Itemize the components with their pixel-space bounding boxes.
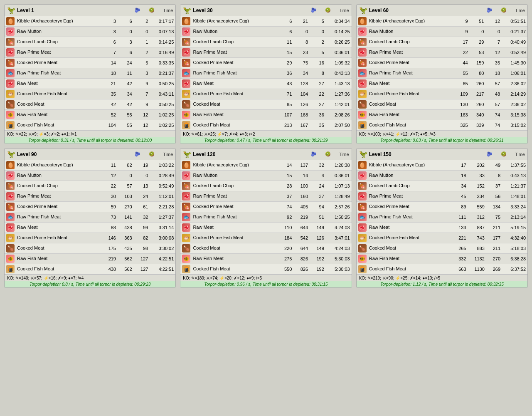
torpor-text: Torpor-depletion: 0.63 / s, Time until a… <box>380 138 504 143</box>
food-col2: 160 <box>293 191 310 202</box>
food-time: 2:21:28 <box>150 202 175 212</box>
food-col3: 82 <box>134 233 150 243</box>
panel-title: 🦖 Level 120 <box>183 150 215 158</box>
food-icon-img: 🍖 <box>6 203 15 211</box>
food-icon-img: 🥩 <box>6 48 15 57</box>
food-col3: 127 <box>134 254 150 264</box>
food-name-cell: 🐡 Cooked Prime Fish Meat <box>180 233 277 243</box>
food-qty: 74 <box>278 202 294 212</box>
food-name-cell: 🐡 Cooked Prime Fish Meat <box>180 89 277 99</box>
food-name-cell: 🐟 Raw Prime Fish Meat <box>180 212 277 223</box>
food-qty: 22 <box>453 47 470 58</box>
panel-header: 🦖 Level 120 🫐 🥝 Time <box>180 149 351 160</box>
food-icon-img: 🍖 <box>182 203 190 211</box>
food-icon-img: 🍖 <box>6 182 15 190</box>
food-col2: 141 <box>118 212 134 223</box>
food-table: 🥚 Kibble (Archaeopteryx Egg) 14 137 32 1… <box>180 160 351 275</box>
ko-text: KO: ✎×180; ⚔×74; ⚡×20; ✗×12; ●×9; /×5 <box>183 276 262 280</box>
food-time: 1:21:37 <box>502 181 527 191</box>
table-row: 🥩 Raw Prime Meat 45 234 56 1:48:01 <box>357 191 527 202</box>
panel-level-30: 🦖 Level 30 🫐 🥝 Time 🥚 Kibble (Archaeopte… <box>180 4 352 144</box>
food-time: 3:00:08 <box>150 233 175 243</box>
food-icon: 🥝 <box>149 7 155 13</box>
food-time: 4:24:03 <box>326 243 352 254</box>
table-row: 🥩 Raw Mutton 6 0 0 0:14:25 <box>180 27 351 37</box>
table-row: 🥚 Kibble (Archaeopteryx Egg) 9 51 12 0:5… <box>357 16 527 27</box>
food-name: Raw Fish Meat <box>193 112 223 117</box>
food-icon-img: 🐟 <box>6 69 15 77</box>
ko-text: KO: ✎×140; ⚔×57; ⚡×16; ✗×9; ●×7; /×4 <box>7 276 84 280</box>
ko-row: KO: ✎×219; ⚔×90; ⚡×25; ✗×14; ●×10; /×5 <box>357 275 527 281</box>
food-icon-img: 🐟 <box>358 69 367 77</box>
food-name: Cooked Fish Meat <box>369 266 406 271</box>
food-time: 0:14:25 <box>326 27 352 37</box>
table-row: 🐟 Raw Prime Fish Meat 18 11 3 0:21:37 <box>5 68 175 79</box>
food-col3: 5 <box>134 58 150 68</box>
food-icon-img: 🍗 <box>358 100 367 109</box>
food-name-cell: 🥚 Kibble (Archaeopteryx Egg) <box>357 160 452 171</box>
food-col3: 75 <box>486 212 502 223</box>
table-row: 🐟 Raw Prime Fish Meat 73 141 32 1:27:37 <box>5 212 175 223</box>
table-row: 🐠 Raw Fish Meat 219 562 127 4:22:51 <box>5 254 175 264</box>
table-row: 🐡 Cooked Prime Fish Meat 35 34 7 0:43:11 <box>5 89 175 99</box>
food-time: 0:17:17 <box>150 16 175 27</box>
header-icons: 🫐 🥝 Time <box>135 7 173 13</box>
food-table: 🥚 Kibble (Archaeopteryx Egg) 9 51 12 0:5… <box>357 16 527 131</box>
food-time: 3:31:14 <box>150 223 175 233</box>
food-col3: 2 <box>310 37 326 47</box>
ko-row: KO: ✎×180; ⚔×74; ⚡×20; ✗×12; ●×9; /×5 <box>180 275 351 281</box>
food-col2: 270 <box>118 202 134 212</box>
food-qty: 36 <box>278 68 294 79</box>
food-name-cell: 🍘 Cooked Fish Meat <box>5 120 101 131</box>
food-col3: 35 <box>485 58 502 68</box>
food-name-cell: 🍖 Cooked Lamb Chop <box>180 37 277 47</box>
table-row: 🐟 Raw Prime Fish Meat 55 80 18 1:06:01 <box>357 68 527 79</box>
food-icon-img: 🥩 <box>358 27 367 36</box>
food-col2: 80 <box>470 68 486 79</box>
food-qty: 28 <box>278 181 294 191</box>
food-time: 5:30:03 <box>326 254 352 264</box>
table-row: 🐠 Raw Fish Meat 332 1132 270 6:38:28 <box>357 254 527 264</box>
panel-level-90: 🦖 Level 90 🫐 🥝 Time 🥚 Kibble (Archaeopte… <box>4 148 176 288</box>
food-time: 0:40:49 <box>502 37 527 47</box>
food-time: 1:27:36 <box>326 89 352 99</box>
table-row: 🍖 Cooked Lamb Chop 17 29 7 0:40:49 <box>357 37 527 47</box>
dino-icon: 🦖 <box>183 150 191 158</box>
food-time: 0:26:25 <box>326 37 352 47</box>
torpor-row: Torpor-depletion: 0.8 / s, Time until al… <box>5 281 175 287</box>
panel-title: 🦖 Level 1 <box>7 6 34 14</box>
food-time: 1:43:13 <box>326 79 352 89</box>
food-time: 3:15:38 <box>502 110 527 120</box>
panel-header: 🦖 Level 1 🫐 🥝 Time <box>5 5 175 16</box>
food-col3: 19 <box>134 160 150 171</box>
table-row: 🍖 Cooked Lamb Chop 22 57 13 0:52:49 <box>5 181 175 191</box>
food-col2: 24 <box>118 58 134 68</box>
food-time: 1:50:25 <box>326 212 352 223</box>
food-qty: 55 <box>453 68 470 79</box>
food-icon-img: 🥚 <box>6 17 15 25</box>
table-row: 🍖 Cooked Prime Meat 44 159 35 1:45:30 <box>357 58 527 68</box>
food-col2: 826 <box>293 264 310 275</box>
food-col2: 260 <box>470 79 486 89</box>
food-col3: 24 <box>134 191 150 202</box>
food-icon-img: 🐠 <box>358 255 367 263</box>
torpor-row: Torpor-depletion: 0.63 / s, Time until a… <box>357 137 527 144</box>
food-name: Cooked Fish Meat <box>17 122 54 127</box>
food-col3: 9 <box>134 99 150 110</box>
food-col2: 14 <box>293 171 310 181</box>
food-col2: 55 <box>118 110 134 120</box>
food-name-cell: 🥩 Raw Prime Meat <box>5 191 101 202</box>
table-row: 🥩 Raw Prime Meat 15 23 5 0:36:01 <box>180 47 351 58</box>
torpor-text: Torpor-depletion: 1.12 / s, Time until a… <box>380 282 504 287</box>
ko-row: KO: ✎×100; ⚔×41; ⚡×12; ✗×7; ●×5; /×3 <box>357 131 527 137</box>
food-col2: 1132 <box>468 254 486 264</box>
food-name-cell: 🥩 Raw Prime Meat <box>180 47 277 58</box>
food-name: Raw Prime Fish Meat <box>369 214 413 219</box>
panel-level-120: 🦖 Level 120 🫐 🥝 Time 🥚 Kibble (Archaeopt… <box>180 148 352 288</box>
food-col2: 6 <box>118 47 134 58</box>
food-name-cell: 🥚 Kibble (Archaeopteryx Egg) <box>357 16 453 27</box>
food-name: Cooked Prime Fish Meat <box>193 235 243 240</box>
food-table: 🥚 Kibble (Archaeopteryx Egg) 3 6 2 0:17:… <box>5 16 175 131</box>
food-qty: 110 <box>278 223 294 233</box>
berry-icon: 🫐 <box>487 151 493 157</box>
